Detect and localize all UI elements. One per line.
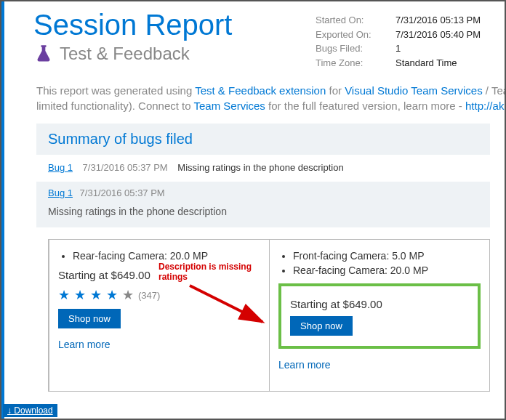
bug-summary-title: Missing ratings in the phone description: [177, 162, 343, 173]
meta-started-label: Started On:: [316, 13, 395, 28]
meta-tz-label: Time Zone:: [316, 56, 395, 70]
meta-exported-label: Exported On:: [316, 28, 395, 42]
flask-icon: [33, 44, 54, 64]
right-bullet-2: Rear-facing Camera: 20.0 MP: [293, 264, 481, 276]
svg-point-1: [43, 57, 44, 59]
intro-link-vsts[interactable]: Visual Studio Team Services: [345, 84, 483, 97]
meta-started-value: 7/31/2016 05:13 PM: [395, 13, 481, 28]
bug-detail-desc: Missing ratings in the phone description: [48, 206, 478, 217]
intro-link-url[interactable]: http://ak: [465, 100, 504, 112]
right-learn-more[interactable]: Learn more: [278, 359, 481, 371]
star-icon: ★: [90, 287, 102, 303]
bug-detail-date: 7/31/2016 05:37 PM: [80, 187, 165, 198]
bug-detail: Bug 1 7/31/2016 05:37 PM Missing ratings…: [36, 182, 490, 227]
svg-point-0: [45, 55, 47, 57]
meta-table: Started On: 7/31/2016 05:13 PM Exported …: [316, 13, 490, 70]
bug-summary-link[interactable]: Bug 1: [48, 162, 73, 173]
page-title: Session Report: [33, 9, 316, 41]
meta-bugs-value: 1: [395, 41, 401, 56]
bug-screenshot: Rear-facing Camera: 20.0 MP Starting at …: [48, 239, 490, 392]
star-icon: ★: [74, 287, 86, 303]
meta-exported-value: 7/31/2016 05:40 PM: [395, 28, 481, 42]
page-subtitle: Test & Feedback: [60, 44, 190, 64]
left-shop-button[interactable]: Shop now: [58, 309, 121, 328]
right-shop-button[interactable]: Shop now: [290, 316, 353, 336]
star-icon: ★: [58, 287, 70, 303]
screenshot-right-panel: Front-facing Camera: 5.0 MP Rear-facing …: [270, 240, 489, 391]
left-rating-count: (347): [138, 290, 160, 301]
section-title: Summary of bugs filed: [36, 124, 490, 155]
screenshot-left-panel: Rear-facing Camera: 20.0 MP Starting at …: [49, 240, 270, 391]
bug-summary-date: 7/31/2016 05:37 PM: [83, 162, 168, 173]
intro-link-extension[interactable]: Test & Feedback extension: [195, 84, 326, 97]
highlight-box: Starting at $649.00 Shop now: [278, 283, 481, 349]
star-icon: ★: [122, 287, 134, 303]
right-bullet-1: Front-facing Camera: 5.0 MP: [293, 250, 481, 262]
meta-tz-value: Standard Time: [395, 56, 457, 70]
meta-bugs-label: Bugs Filed:: [316, 41, 395, 56]
bug-summary-row: Bug 1 7/31/2016 05:37 PM Missing ratings…: [4, 155, 505, 177]
annotation-text: Description is missing ratings: [158, 262, 253, 283]
intro-link-team-services[interactable]: Team Services: [194, 100, 265, 112]
left-stars: ★ ★ ★ ★ ★ (347): [58, 287, 260, 303]
intro-text: This report was generated using Test & F…: [4, 73, 505, 121]
right-price: Starting at $649.00: [290, 298, 469, 310]
star-icon: ★: [106, 287, 118, 303]
bug-detail-link[interactable]: Bug 1: [48, 187, 73, 198]
download-button[interactable]: ↓ Download: [3, 404, 57, 417]
left-bullet-1: Rear-facing Camera: 20.0 MP: [73, 250, 260, 262]
left-learn-more[interactable]: Learn more: [58, 339, 260, 350]
